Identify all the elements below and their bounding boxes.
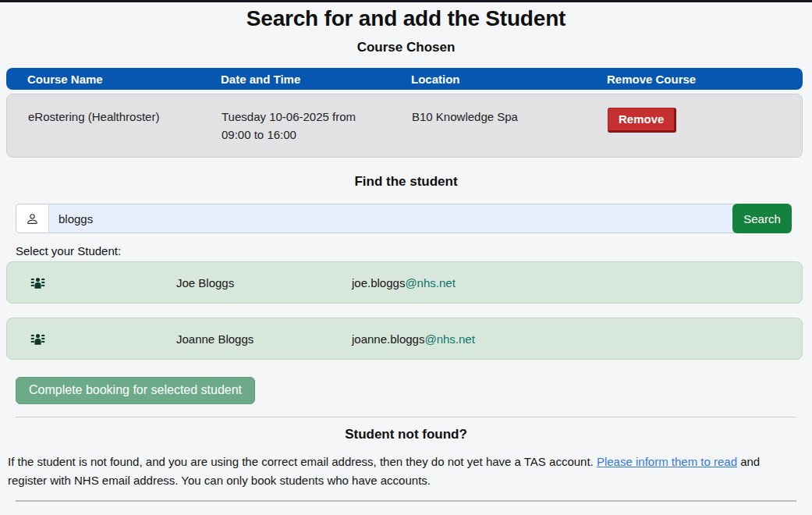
remove-course-button[interactable]: Remove xyxy=(608,108,676,133)
not-found-text-before: If the student is not found, and you are… xyxy=(8,455,597,468)
col-header-location: Location xyxy=(411,73,607,86)
student-email: joanne.bloggs@nhs.net xyxy=(352,332,802,346)
student-name: Joe Bloggs xyxy=(176,276,352,289)
complete-booking-button[interactable]: Complete booking for selected student xyxy=(16,377,255,404)
section-divider xyxy=(16,417,796,417)
inform-them-link[interactable]: Please inform them to read xyxy=(597,455,737,468)
date-time-cell: Tuesday 10-06-2025 from 09:00 to 16:00 xyxy=(222,108,371,144)
page-title: Search for and add the Student xyxy=(0,6,812,31)
search-button[interactable]: Search xyxy=(732,204,792,233)
col-header-date-time: Date and Time xyxy=(221,73,411,86)
student-not-found-text: If the student is not found, and you are… xyxy=(8,453,792,490)
student-not-found-heading: Student not found? xyxy=(0,427,812,442)
course-table-header: Course Name Date and Time Location Remov… xyxy=(6,68,803,90)
col-header-course-name: Course Name xyxy=(27,73,221,86)
person-icon xyxy=(16,204,48,233)
student-search-input[interactable] xyxy=(48,204,736,233)
top-accent-bar xyxy=(0,0,812,2)
course-row: eRostering (Healthroster) Tuesday 10-06-… xyxy=(6,94,803,158)
person-lines-icon xyxy=(30,331,176,347)
student-name: Joanne Bloggs xyxy=(176,332,352,346)
student-result-row[interactable]: Joe Bloggs joe.bloggs@nhs.net xyxy=(6,261,803,304)
person-lines-icon xyxy=(30,275,176,291)
student-result-row[interactable]: Joanne Bloggs joanne.bloggs@nhs.net xyxy=(6,318,803,360)
student-email-user: joanne.bloggs xyxy=(352,332,424,346)
student-search-bar: Search xyxy=(16,204,792,233)
course-chosen-heading: Course Chosen xyxy=(0,40,812,55)
bottom-divider xyxy=(16,500,796,502)
student-email-domain: @nhs.net xyxy=(405,276,455,289)
col-header-remove-course: Remove Course xyxy=(607,73,803,86)
location-cell: B10 Knowledge Spa xyxy=(412,108,608,144)
student-email-user: joe.bloggs xyxy=(352,276,405,289)
course-name-cell: eRostering (Healthroster) xyxy=(28,108,222,144)
select-student-label: Select your Student: xyxy=(16,244,812,258)
student-email-domain: @nhs.net xyxy=(424,332,474,346)
find-student-heading: Find the student xyxy=(0,174,812,190)
student-email: joe.bloggs@nhs.net xyxy=(352,276,802,289)
